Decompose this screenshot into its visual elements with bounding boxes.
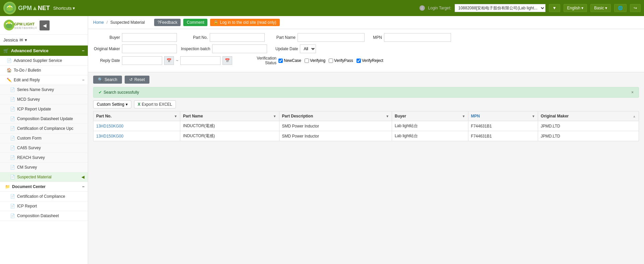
sidebar-item-icp-report[interactable]: 📄 ICP Report bbox=[0, 201, 88, 211]
basic-button[interactable]: Basic ▾ bbox=[590, 4, 611, 12]
checkbox-newcase[interactable]: NewCase bbox=[278, 58, 301, 63]
sidebar-item-cert[interactable]: 📄 Certification of Compliance Upc bbox=[0, 124, 88, 134]
cell-part-name-1: INDUCTOR(電感) bbox=[180, 131, 279, 141]
part-no-link-0[interactable]: 13HD150KG00 bbox=[96, 124, 123, 128]
part-no-label: Part No. bbox=[181, 35, 208, 40]
export-label: Export to EXCEL bbox=[142, 102, 172, 107]
login-target-label: Login Target: bbox=[428, 6, 451, 10]
reply-date-end-input[interactable] bbox=[180, 56, 220, 65]
filter-part-no-icon[interactable]: ▼ bbox=[174, 114, 177, 118]
user-row: Jessica ✉ ▾ bbox=[0, 35, 88, 46]
reply-date-start-calendar-icon[interactable]: 📅 bbox=[164, 56, 174, 65]
part-no-link-1[interactable]: 13HD150KG00 bbox=[96, 134, 123, 139]
globe-button[interactable]: 🌐 bbox=[614, 4, 627, 12]
sidebar-item-doc-center[interactable]: 📁 Document Center − bbox=[0, 182, 88, 192]
mpn-input[interactable] bbox=[384, 33, 451, 42]
breadcrumb-bar: Home / Suspected Material ?Feedback Comm… bbox=[88, 16, 644, 29]
logout-button[interactable]: ↪ bbox=[630, 4, 641, 12]
icp-report-label: ICP Report bbox=[17, 204, 37, 208]
reach-label: REACH Survey bbox=[17, 155, 45, 160]
checkbox-verifypass[interactable]: VerifyPass bbox=[329, 58, 353, 63]
old-site-button[interactable]: 🔒 Log in to the old site (read only) bbox=[210, 19, 279, 26]
doc-icon-mcd: 📄 bbox=[10, 97, 15, 102]
cm-label: CM Survey bbox=[17, 165, 37, 170]
export-excel-button[interactable]: X Export to EXCEL bbox=[134, 100, 176, 108]
part-name-input[interactable] bbox=[298, 33, 365, 42]
sidebar-item-composition[interactable]: 📄 Composition Datasheet Update bbox=[0, 114, 88, 124]
basic-label: Basic bbox=[594, 6, 604, 10]
filter-part-desc-icon[interactable]: ▼ bbox=[386, 114, 389, 118]
shortcuts-button[interactable]: Shortcuts ▾ bbox=[53, 6, 75, 11]
buyer-input[interactable] bbox=[122, 33, 177, 42]
update-date-select[interactable]: All bbox=[300, 45, 316, 53]
reset-button[interactable]: ↺ Reset bbox=[125, 76, 149, 84]
sidebar-item-series-name[interactable]: 📄 Series Name Survey bbox=[0, 85, 88, 95]
sidebar-item-icp[interactable]: 📄 ICP Report Update bbox=[0, 104, 88, 114]
sidebar-submenu-edit-reply: 📄 Series Name Survey 📄 MCD Survey 📄 ICP … bbox=[0, 85, 88, 182]
sidebar-section-advanced[interactable]: 🛒 Advanced Service − bbox=[0, 46, 88, 56]
sidebar-item-advanced-supplier[interactable]: 📄 Advanced Supplier Service bbox=[0, 56, 88, 66]
sort-original-maker-icon[interactable]: ▲ bbox=[633, 114, 636, 118]
feedback-button[interactable]: ?Feedback bbox=[154, 19, 181, 26]
advanced-supplier-label: Advanced Supplier Service bbox=[14, 58, 62, 63]
mail-icon: ✉ bbox=[19, 37, 23, 42]
reply-date-start-input[interactable] bbox=[122, 56, 162, 65]
checkbox-verifyreject-input[interactable] bbox=[357, 59, 361, 63]
language-button[interactable]: English ▾ bbox=[564, 4, 587, 12]
sidebar-item-ca65[interactable]: 📄 CA65 Survey bbox=[0, 143, 88, 153]
sidebar-item-custom-form[interactable]: 📄 Custom Form bbox=[0, 134, 88, 143]
svg-text:安柏電子股份有限公司: 安柏電子股份有限公司 bbox=[14, 27, 37, 29]
filter-buyer-icon[interactable]: ▼ bbox=[462, 114, 465, 118]
newcase-label: NewCase bbox=[284, 58, 301, 63]
sidebar-item-cert-compliance[interactable]: 📄 Certification of Compliance bbox=[0, 192, 88, 201]
part-no-input[interactable] bbox=[210, 33, 265, 42]
success-msg-text: ✔ Search successfully bbox=[99, 90, 139, 95]
top-bar: GPM▲NET Shortcuts ▾ i Login Target: 1088… bbox=[0, 0, 644, 16]
table-row: 13HD150KG00 INDUCTOR(電感) SMD Power Induc… bbox=[93, 121, 639, 131]
sidebar-item-mcd[interactable]: 📄 MCD Survey bbox=[0, 95, 88, 104]
shortcuts-label: Shortcuts bbox=[53, 6, 72, 11]
search-button[interactable]: 🔍 Search bbox=[93, 76, 122, 84]
edit-icon: ✏️ bbox=[7, 78, 12, 82]
inspection-batch-input[interactable] bbox=[212, 45, 267, 53]
checkbox-verifying-input[interactable] bbox=[305, 59, 309, 63]
ca65-label: CA65 Survey bbox=[17, 146, 41, 150]
checkbox-verifyreject[interactable]: VerifyReject bbox=[357, 58, 383, 63]
close-success-button[interactable]: × bbox=[631, 90, 634, 95]
custom-setting-button[interactable]: Custom Setting ▾ bbox=[93, 100, 131, 108]
todo-label: To-Do / Bulletin bbox=[14, 68, 41, 73]
sidebar-item-cm[interactable]: 📄 CM Survey bbox=[0, 163, 88, 172]
th-original-maker: Original Maker ▲ bbox=[538, 111, 639, 121]
search-form: Buyer Part No. Part Name MPN bbox=[88, 29, 644, 72]
arrow-down-button[interactable]: ▼ bbox=[549, 4, 560, 12]
back-button[interactable]: ◀ bbox=[40, 20, 50, 30]
sidebar-item-comp-datasheet[interactable]: 📄 Composition Datasheet bbox=[0, 211, 88, 221]
checkbox-verifypass-input[interactable] bbox=[329, 59, 333, 63]
sidebar-item-edit-reply[interactable]: ✏️ Edit and Reply − bbox=[0, 75, 88, 85]
login-target-select[interactable]: 10882088[安柏电子股份有限公司(Lab light... bbox=[455, 4, 545, 12]
old-site-icon: 🔒 bbox=[213, 20, 218, 25]
doc-center-collapse-icon: − bbox=[82, 184, 84, 189]
cell-mpn-1: F744631B1 bbox=[468, 131, 538, 141]
custom-form-label: Custom Form bbox=[17, 136, 42, 141]
mcd-label: MCD Survey bbox=[17, 97, 40, 102]
date-range-sep: ~ bbox=[176, 58, 178, 63]
doc-icon-suspected: 📄 bbox=[10, 175, 15, 179]
svg-point-2 bbox=[9, 5, 11, 7]
filter-part-name-icon[interactable]: ▼ bbox=[273, 114, 276, 118]
filter-mpn-icon[interactable]: ▼ bbox=[532, 114, 535, 118]
comment-button[interactable]: Comment bbox=[183, 19, 207, 26]
breadcrumb-home[interactable]: Home bbox=[93, 20, 104, 25]
checkbox-newcase-input[interactable] bbox=[278, 59, 283, 63]
original-maker-input[interactable] bbox=[122, 45, 177, 53]
checkbox-verifying[interactable]: Verifying bbox=[305, 58, 325, 63]
th-part-no: Part No. ▼ bbox=[93, 111, 180, 121]
th-buyer-label: Buyer bbox=[395, 114, 406, 118]
reply-date-end-calendar-icon[interactable]: 📅 bbox=[222, 56, 232, 65]
suspected-label: Suspected Material bbox=[17, 175, 52, 179]
verification-group: VerificationStatus NewCase Verifying bbox=[236, 56, 383, 65]
sidebar-item-reach[interactable]: 📄 REACH Survey bbox=[0, 153, 88, 163]
sidebar-item-todo[interactable]: 🏠 To-Do / Bulletin bbox=[0, 66, 88, 75]
reset-label: Reset bbox=[134, 77, 145, 82]
sidebar-item-suspected[interactable]: 📄 Suspected Material ◀ bbox=[0, 172, 88, 182]
